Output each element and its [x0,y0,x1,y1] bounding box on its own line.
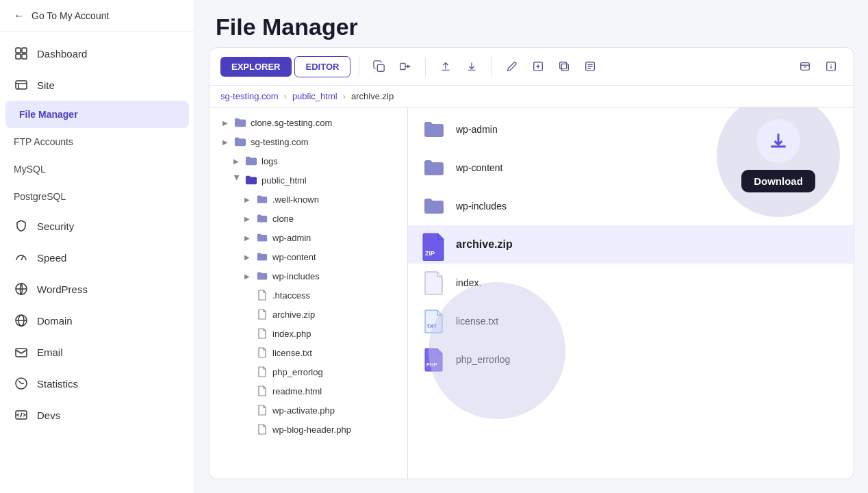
back-label: Go To My Account [31,10,109,21]
tree-item-wp-activate-php[interactable]: ▶ wp-activate.php [209,401,407,420]
sidebar-item-email[interactable]: Email [0,336,194,368]
breadcrumb-sep-2: › [343,91,346,101]
tree-item-wp-admin[interactable]: ▶ wp-admin [209,228,407,247]
file-manager-label: File Manager [19,109,78,120]
sidebar-item-ftp-accounts[interactable]: FTP Accounts [0,128,194,155]
svg-rect-15 [400,64,405,70]
sidebar-item-dashboard[interactable]: Dashboard [0,38,194,69]
sidebar-item-statistics[interactable]: Statistics [0,368,194,399]
devs-label: Devs [37,409,60,421]
duplicate-button[interactable] [552,55,576,78]
tree-item-htaccess[interactable]: ▶ .htaccess [209,286,407,305]
go-to-account-link[interactable]: ← Go To My Account [0,0,194,32]
tree-label: .htaccess [272,290,310,301]
sidebar-item-speed[interactable]: Speed [0,242,194,273]
tree-label: readme.html [272,386,322,396]
devs-icon [14,407,29,422]
email-label: Email [37,346,63,358]
tree-item-wp-blog-header[interactable]: ▶ wp-blog-header.php [209,420,407,439]
tree-item-clone-sg[interactable]: ▶ clone.sg-testing.com [209,113,407,132]
move-button[interactable] [394,55,417,78]
archive-button[interactable] [793,55,817,78]
folder-icon [256,270,268,282]
file-name: wp-admin [456,124,498,135]
file-row-index[interactable]: index. [408,264,854,302]
tree-item-archive-zip[interactable]: ▶ archive.zip [209,305,407,324]
tab-editor[interactable]: EDITOR [294,56,351,77]
folder-open-icon [245,174,257,186]
chevron-down-icon: ▶ [231,175,241,185]
statistics-icon [14,376,29,391]
sidebar-item-file-manager[interactable]: File Manager [5,101,189,128]
zip-thumb-wrap: ZIP [422,232,446,257]
speed-label: Speed [37,252,66,264]
ftp-label: FTP Accounts [14,136,73,147]
info-button[interactable] [819,55,843,78]
folder-icon [256,251,268,263]
main-content: File Manager EXPLORER EDITOR [195,0,868,493]
file-name: index. [456,277,481,288]
chevron-right-icon: ▶ [242,233,252,242]
sidebar: ← Go To My Account Dashboard [0,0,195,493]
svg-rect-2 [16,54,21,59]
sidebar-item-devs[interactable]: Devs [0,399,194,431]
speed-icon [14,250,29,265]
rename-button[interactable] [500,55,524,78]
file-thumb [422,270,446,295]
tree-label: archive.zip [272,309,315,320]
sidebar-item-wordpress[interactable]: WordPress [0,273,194,305]
file-icon [256,346,268,359]
copy-button[interactable] [368,55,391,78]
tree-item-logs[interactable]: ▶ logs [209,151,407,170]
domain-icon [14,313,29,328]
tree-item-clone[interactable]: ▶ clone [209,209,407,228]
file-row-license-txt[interactable]: TXT license.txt [408,302,854,340]
wordpress-label: WordPress [37,283,88,295]
text-button[interactable] [578,55,602,78]
tree-item-readme-html[interactable]: ▶ readme.html [209,381,407,401]
file-icon [256,404,268,416]
tree-item-wp-content[interactable]: ▶ wp-content [209,247,407,266]
tree-item-public-html[interactable]: ▶ public_html [209,170,407,190]
chevron-down-icon: ▶ [220,137,230,147]
svg-rect-3 [22,54,27,59]
breadcrumb: sg-testing.com › public_html › archive.z… [209,86,854,108]
dashboard-icon [14,46,29,61]
mysql-label: MySQL [14,164,46,175]
tree-item-index-php[interactable]: ▶ index.php [209,324,407,343]
upload-button[interactable] [434,55,457,78]
domain-label: Domain [37,315,73,327]
tree-item-php-errorlog[interactable]: ▶ php_errorlog [209,362,407,381]
tab-explorer[interactable]: EXPLORER [220,57,292,77]
breadcrumb-public-html[interactable]: public_html [292,91,337,101]
folder-icon [234,136,246,148]
tree-label: wp-admin [272,233,311,243]
file-icon [256,308,268,320]
email-icon [14,344,29,359]
chevron-right-icon: ▶ [231,156,241,166]
sidebar-item-domain[interactable]: Domain [0,305,194,336]
tree-item-well-known[interactable]: ▶ .well-known [209,190,407,209]
file-row-php-errorlog[interactable]: PHP php_errorlog [408,340,854,379]
sidebar-item-mysql[interactable]: MySQL [0,155,194,183]
tree-label: wp-includes [272,271,320,281]
sidebar-item-site[interactable]: Site [0,69,194,101]
folder-icon [256,193,268,205]
tree-item-wp-includes[interactable]: ▶ wp-includes [209,266,407,286]
sidebar-item-postgresql[interactable]: PostgreSQL [0,183,194,210]
download-button[interactable] [460,55,483,78]
tree-item-license-txt[interactable]: ▶ license.txt [209,343,407,362]
security-label: Security [37,220,74,232]
tree-label: php_errorlog [272,367,323,377]
tree-label: logs [261,156,278,166]
php-thumb: PHP [422,347,446,372]
svg-rect-0 [16,48,21,53]
tree-label: license.txt [272,348,312,358]
folder-icon [256,212,268,225]
tree-item-sg-testing[interactable]: ▶ sg-testing.com [209,132,407,151]
file-row-archive-zip[interactable]: ZIP archive.zip [408,225,854,264]
files-panel-wrapper: wp-admin wp-content wp-includes [408,108,854,479]
sidebar-item-security[interactable]: Security [0,210,194,242]
extract-button[interactable] [526,55,550,78]
breadcrumb-root[interactable]: sg-testing.com [220,91,279,101]
